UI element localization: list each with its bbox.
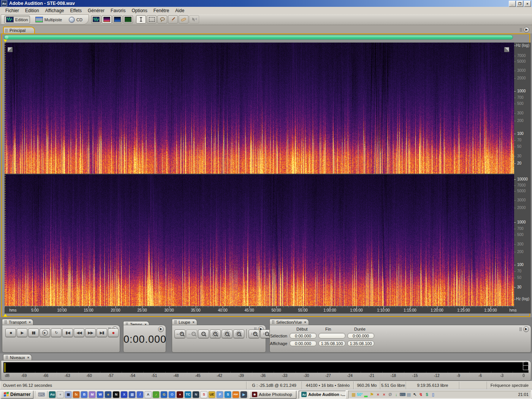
quicklaunch-icon-18[interactable]: TC	[185, 391, 191, 398]
minimized-app-icon[interactable]: ▂	[363, 391, 369, 397]
document-icon[interactable]: ▯	[430, 391, 436, 397]
loupe-panel-tab[interactable]: Loupe ×	[172, 319, 197, 325]
menu-effets[interactable]: Effets	[67, 8, 85, 14]
clip-indicators[interactable]	[523, 361, 529, 370]
zoom-in-horizontal-button[interactable]: ↔+	[174, 329, 185, 338]
title-bar[interactable]: Au Adobe Audition - STE-008.wav _ ❐ ×	[0, 0, 532, 7]
corner-handle-right[interactable]	[504, 47, 509, 52]
zoom-out-full-button[interactable]: −	[198, 329, 209, 338]
menu-générer[interactable]: Générer	[85, 8, 108, 14]
time-ruler[interactable]: hms5:0010:0015:0020:0025:0030:0035:0040:…	[5, 306, 514, 314]
quicklaunch-icon-1[interactable]: Au	[49, 391, 55, 398]
quicklaunch-icon-20[interactable]: S	[201, 391, 207, 398]
mode-cd-button[interactable]: CD	[67, 16, 84, 24]
close-icon[interactable]: ×	[29, 320, 31, 324]
record-button[interactable]: ●	[108, 328, 119, 337]
quicklaunch-icon-6[interactable]: M	[89, 391, 95, 398]
quicklaunch-icon-14[interactable]: ♪	[153, 391, 159, 398]
close-icon[interactable]: ×	[27, 356, 29, 359]
spectrogram-channel-right[interactable]	[5, 174, 514, 306]
zoom-to-selection-button[interactable]: +	[210, 329, 221, 338]
fast-forward-button[interactable]: ▶▶	[85, 328, 96, 337]
selection-vue-panel-tab[interactable]: Sélection/Vue ×	[269, 319, 309, 325]
frequency-ruler[interactable]: Hz (log)70005000300020001000700500300200…	[514, 43, 531, 314]
view-spectral-phase-button[interactable]	[123, 15, 133, 24]
niveaux-panel-tab[interactable]: Niveaux ×	[3, 354, 32, 360]
affichage-fin-value[interactable]: 1:35:08.100	[318, 340, 345, 346]
horizontal-scrollbar[interactable]	[4, 35, 513, 40]
playhead-marker-top[interactable]	[3, 40, 7, 42]
rewind-button[interactable]: ◀◀	[74, 328, 84, 337]
taskbar-clock[interactable]: 21:01	[518, 392, 529, 397]
quicklaunch-icon-19[interactable]: N	[193, 391, 199, 398]
network-error-icon[interactable]: ×	[375, 391, 381, 397]
tool-lasso-selection[interactable]	[157, 15, 167, 24]
cursor-icon[interactable]: ↖	[412, 391, 418, 397]
view-spectral-button[interactable]	[102, 15, 112, 24]
selection-vue-panel-menu[interactable]: ▶	[519, 326, 529, 332]
affichage-durée-value[interactable]: 1:35:08.100	[347, 340, 374, 346]
tabstrip-menu[interactable]: ▶	[520, 27, 529, 33]
playhead-line[interactable]	[5, 43, 5, 306]
tool-time-selection[interactable]	[136, 15, 146, 24]
mode-multipiste-button[interactable]: Multipiste	[34, 16, 63, 23]
sélection-fin-value[interactable]	[318, 333, 345, 339]
quicklaunch-icon-2[interactable]: ●	[57, 391, 63, 398]
quicklaunch-icon-25[interactable]: ▶	[241, 391, 247, 398]
menu-fenêtre[interactable]: Fenêtre	[150, 8, 172, 14]
minimize-button[interactable]: _	[509, 1, 516, 7]
quicklaunch-icon-17[interactable]: ●	[177, 391, 183, 398]
tool-scrub[interactable]	[189, 15, 199, 24]
quicklaunch-icon-22[interactable]: P	[217, 391, 223, 398]
quicklaunch-icon-11[interactable]: ▥	[129, 391, 135, 398]
view-waveform-button[interactable]	[91, 15, 101, 24]
alert-icon[interactable]: ↯	[418, 391, 424, 397]
menu-favoris[interactable]: Favoris	[108, 8, 128, 14]
menu-fichier[interactable]: Fichier	[2, 8, 22, 14]
menu-affichage[interactable]: Affichage	[42, 8, 67, 14]
quicklaunch-icon-12[interactable]: /	[137, 391, 143, 398]
restore-button[interactable]: ❐	[516, 1, 523, 7]
tool-effects-paintbrush[interactable]	[168, 15, 178, 24]
quicklaunch-icon-4[interactable]: fx	[73, 391, 79, 398]
task-button-audition[interactable]: AuAdobe Audition -...	[299, 391, 346, 399]
volume-meter-icon[interactable]: ▥	[351, 391, 356, 397]
tool-marquee-selection[interactable]	[147, 15, 157, 24]
playhead-marker-bottom[interactable]	[3, 314, 7, 317]
quicklaunch-icon-16[interactable]: O	[169, 391, 175, 398]
panel-menu-icon[interactable]: ▶	[523, 326, 529, 332]
zoom-to-selection-right-button[interactable]: +	[233, 329, 244, 338]
quicklaunch-icon-23[interactable]: S	[225, 391, 231, 398]
quicklaunch-icon-9[interactable]: N	[113, 391, 119, 398]
quicklaunch-icon-3[interactable]: ▦	[65, 391, 71, 398]
close-icon[interactable]: ×	[304, 320, 306, 324]
view-spectral-pan-button[interactable]	[112, 15, 122, 24]
quicklaunch-icon-8[interactable]: e	[105, 391, 111, 398]
tool-spot-healing-brush[interactable]	[179, 15, 188, 24]
menu-edition[interactable]: Edition	[22, 8, 42, 14]
stop-button[interactable]: ■	[5, 328, 16, 337]
panel-menu-icon[interactable]: ▶	[524, 27, 529, 33]
play-looped-button[interactable]: ↻	[51, 328, 62, 337]
network-error-icon-2[interactable]: ×	[381, 391, 387, 397]
flag-icon[interactable]: ⚑	[369, 391, 375, 397]
zoom-in-vertical-button[interactable]: ↕+	[249, 329, 260, 338]
blocked-icon[interactable]: Ø	[387, 391, 393, 397]
mode-edition-button[interactable]: Edition	[4, 16, 30, 24]
task-button-photoshop[interactable]: ◉Adobe Photoshop	[249, 391, 296, 399]
quicklaunch-icon-24[interactable]: PDF	[233, 391, 239, 398]
play-button[interactable]: ▶	[17, 328, 27, 337]
quicklaunch-icon-10[interactable]: X	[121, 391, 127, 398]
menu-aide[interactable]: Aide	[172, 8, 187, 14]
quicklaunch-icon-21[interactable]: UE	[209, 391, 215, 398]
spectrogram-channel-left[interactable]	[5, 43, 514, 174]
affichage-début-value[interactable]: 0:00.000	[290, 340, 317, 346]
keyboard-icon[interactable]: ⌨	[38, 392, 45, 397]
close-icon[interactable]: ×	[193, 320, 195, 324]
corner-handle-left[interactable]	[8, 47, 13, 52]
temps-panel-menu[interactable]: ▶	[158, 326, 164, 332]
time-display[interactable]: 0:00.000	[124, 334, 166, 345]
zoom-to-selection-left-button[interactable]: +	[222, 329, 233, 338]
quicklaunch-icon-5[interactable]: B	[81, 391, 87, 398]
sélection-début-value[interactable]: 0:00.000	[290, 333, 317, 339]
